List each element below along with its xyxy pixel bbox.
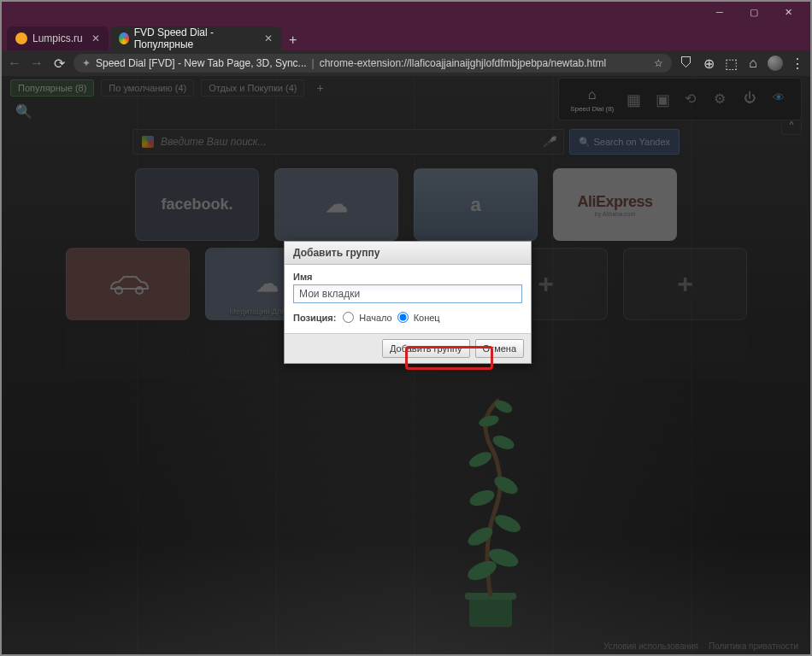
group-tab-leisure[interactable]: Отдых и Покупки (4) [201,79,304,97]
group-tab-default[interactable]: По умолчанию (4) [101,79,194,97]
favicon-icon [15,32,27,44]
toolbar-settings[interactable]: ⚙ [714,91,731,108]
nav-reload-button[interactable]: ⟳ [51,56,67,71]
position-label: Позиция: [293,313,336,323]
profile-avatar[interactable] [768,56,783,71]
nav-back-button[interactable]: ← [7,56,22,71]
name-field-label: Имя [293,272,522,282]
tab-title: Lumpics.ru [32,32,83,44]
dial-aliexpress[interactable]: AliExpress by Alibaba.com [553,168,677,241]
tab-close-button[interactable]: ✕ [91,32,100,44]
group-name-input[interactable] [293,284,522,303]
eye-icon: 👁 [773,91,790,108]
search-icon: 🔍 [579,137,591,148]
window-icon: ▣ [656,91,673,108]
window-minimize-button[interactable]: ─ [703,0,737,24]
browser-menu-button[interactable]: ⋮ [790,56,805,71]
search-provider-icon [142,136,154,148]
cloud-icon: ☁︎ [256,271,278,297]
gear-icon: ⚙ [714,91,731,108]
sync-icon: ⟲ [685,91,702,108]
search-button-label: Search on Yandex [594,137,671,147]
add-group-button[interactable]: + [311,79,328,97]
toolbar-speed-dial[interactable]: ⌂ Speed Dial (8) [570,86,614,113]
footer-links: Условия использования Политика приватнос… [603,641,798,651]
dialog-title: Добавить группу [285,242,531,265]
ext-globe-icon[interactable]: ⊕ [701,56,716,71]
toolbar-eye[interactable]: 👁 [773,91,790,108]
tab-lumpics[interactable]: Lumpics.ru ✕ [7,26,109,50]
ext-shield-icon[interactable]: ⛉ [679,56,694,71]
tab-strip: Lumpics.ru ✕ FVD Speed Dial - Популярные… [0,24,812,50]
group-tab-popular[interactable]: Популярные (8) [10,79,94,97]
omnibox-title: Speed Dial [FVD] - New Tab Page, 3D, Syn… [96,57,307,69]
toolbar-label: Speed Dial (8) [570,105,614,113]
amazon-icon: a [470,194,480,216]
favicon-icon [119,32,129,44]
search-bar: Введите Ваш поиск... 🎤 🔍 Search on Yande… [132,129,680,155]
zoom-icon[interactable]: 🔍 [15,103,31,119]
car-icon [106,273,149,296]
tab-close-button[interactable]: ✕ [264,32,273,44]
tab-speed-dial[interactable]: FVD Speed Dial - Популярные ✕ [110,26,281,50]
toolbar-power[interactable]: ⏻ [744,91,761,108]
footer-privacy-link[interactable]: Политика приватности [709,641,798,651]
position-start-radio[interactable] [343,312,354,323]
tab-title: FVD Speed Dial - Популярные [134,26,256,50]
add-group-submit-button[interactable]: Добавить группу [382,339,470,358]
dial-auto[interactable] [66,248,190,320]
omnibox[interactable]: ✦ Speed Dial [FVD] - New Tab Page, 3D, S… [74,54,672,73]
dial-amazon[interactable]: a [414,168,538,241]
microphone-icon[interactable]: 🎤 [543,136,555,148]
home-grid-icon: ⌂ [584,86,601,103]
window-titlebar: ─ ▢ ✕ [0,0,812,24]
ext-cube-icon[interactable]: ⬚ [723,56,738,71]
extension-icon: ✦ [82,57,91,69]
position-start-label: Начало [359,313,391,323]
ext-home-icon[interactable]: ⌂ [745,56,761,71]
footer-terms-link[interactable]: Условия использования [603,641,698,651]
toolbar-most-visited[interactable]: ▦ [627,91,644,108]
toolbar-recently-closed[interactable]: ▣ [656,91,673,108]
dial-meditation[interactable]: ☁︎ [274,168,398,241]
toolbar-collapse-button[interactable]: ˄ [781,121,802,135]
window-close-button[interactable]: ✕ [771,0,805,24]
cancel-button[interactable]: Отмена [475,339,524,358]
nav-forward-button[interactable]: → [29,56,44,71]
bookmark-star-icon[interactable]: ☆ [654,57,663,69]
add-group-dialog: Добавить группу Имя Позиция: Начало Коне… [284,241,532,364]
omnibox-url: chrome-extension://llaficoajjainaijghjlo… [320,57,607,69]
toolbar-panel: ⌂ Speed Dial (8) ▦ ▣ ⟲ ⚙ ⏻ 👁 [558,78,802,120]
position-end-radio[interactable] [397,312,409,323]
page-content: Популярные (8) По умолчанию (4) Отдых и … [0,76,812,656]
window-maximize-button[interactable]: ▢ [737,0,771,24]
position-end-label: Конец [414,313,440,323]
cloud-icon: ☁︎ [326,191,348,218]
search-button[interactable]: 🔍 Search on Yandex [569,129,680,155]
power-icon: ⏻ [744,91,761,108]
dial-facebook[interactable]: facebook. [135,168,259,241]
grid-icon: ▦ [627,91,644,108]
new-tab-button[interactable]: + [283,30,303,50]
toolbar-sync[interactable]: ⟲ [685,91,702,108]
search-input[interactable]: Введите Ваш поиск... 🎤 [132,129,564,155]
search-placeholder: Введите Ваш поиск... [161,136,267,148]
dial-add-2[interactable]: + [623,248,747,320]
dial-grid: facebook. ☁︎ a AliExpress by Alibaba.com… [0,168,812,605]
address-bar: ← → ⟳ ✦ Speed Dial [FVD] - New Tab Page,… [0,50,812,76]
